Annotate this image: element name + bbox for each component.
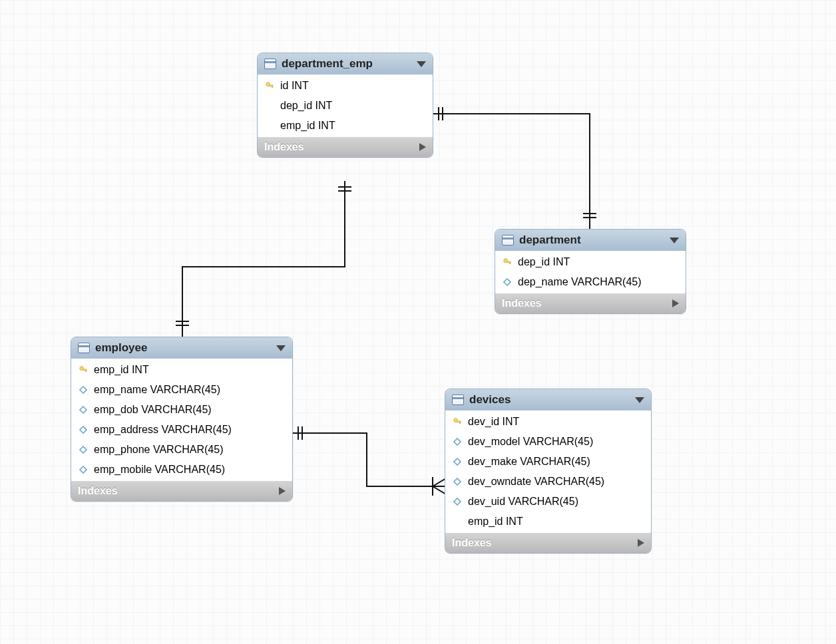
- table-icon: [78, 343, 90, 353]
- column-icon: [453, 458, 461, 466]
- columns-list: id INTdep_id INTemp_id INT: [258, 75, 433, 137]
- indexes-section[interactable]: Indexes: [445, 533, 651, 553]
- tick-depemp-bottom: [338, 185, 351, 194]
- expand-caret-icon[interactable]: [279, 487, 286, 495]
- columns-list: dep_id INTdep_name VARCHAR(45): [495, 251, 686, 293]
- column-row[interactable]: emp_phone VARCHAR(45): [71, 440, 292, 460]
- entity-devices[interactable]: devicesdev_id INTdev_model VARCHAR(45)de…: [445, 389, 652, 554]
- svg-marker-32: [454, 438, 461, 445]
- column-text: emp_name VARCHAR(45): [94, 383, 220, 397]
- column-icon: [453, 478, 461, 486]
- entity-header[interactable]: devices: [445, 389, 651, 410]
- column-text: emp_phone VARCHAR(45): [94, 443, 223, 456]
- svg-line-13: [433, 486, 446, 494]
- svg-marker-24: [80, 387, 87, 393]
- column-text: emp_mobile VARCHAR(45): [94, 463, 225, 476]
- table-icon: [264, 59, 276, 69]
- collapse-caret-icon[interactable]: [670, 238, 679, 243]
- entity-title: employee: [95, 341, 147, 355]
- column-text: id INT: [280, 79, 309, 92]
- column-text: dep_id INT: [280, 99, 332, 112]
- indexes-section[interactable]: Indexes: [71, 481, 292, 501]
- column-row[interactable]: emp_id INT: [258, 116, 433, 136]
- entity-department-emp[interactable]: department_empid INTdep_id INTemp_id INT…: [257, 53, 433, 158]
- column-row[interactable]: emp_mobile VARCHAR(45): [71, 460, 292, 480]
- svg-marker-20: [504, 279, 511, 285]
- entity-title: department_emp: [282, 57, 373, 71]
- column-text: emp_address VARCHAR(45): [94, 423, 232, 436]
- table-icon: [452, 395, 464, 405]
- entity-header[interactable]: department_emp: [258, 53, 433, 75]
- column-row[interactable]: emp_address VARCHAR(45): [71, 420, 292, 440]
- entity-employee[interactable]: employeeemp_id INTemp_name VARCHAR(45)em…: [71, 337, 293, 502]
- column-text: dev_make VARCHAR(45): [468, 455, 590, 468]
- column-text: emp_dob VARCHAR(45): [94, 403, 212, 416]
- column-icon: [79, 446, 87, 454]
- indexes-section[interactable]: Indexes: [495, 293, 686, 313]
- expand-caret-icon[interactable]: [638, 539, 644, 547]
- columns-list: dev_id INTdev_model VARCHAR(45)dev_make …: [445, 410, 651, 533]
- column-icon: [453, 498, 461, 506]
- column-text: dev_id INT: [468, 415, 519, 428]
- column-text: dep_id INT: [518, 255, 570, 269]
- primary-key-icon: [79, 365, 88, 375]
- indexes-label: Indexes: [502, 297, 542, 309]
- column-icon: [79, 426, 87, 434]
- expand-caret-icon[interactable]: [672, 299, 679, 307]
- column-row[interactable]: dev_uid VARCHAR(45): [445, 492, 651, 512]
- expand-caret-icon[interactable]: [419, 143, 426, 151]
- svg-marker-28: [80, 466, 87, 473]
- column-row[interactable]: dep_id INT: [495, 252, 686, 272]
- svg-marker-26: [80, 426, 87, 433]
- indexes-label: Indexes: [264, 141, 304, 153]
- entity-department[interactable]: departmentdep_id INTdep_name VARCHAR(45)…: [495, 229, 686, 314]
- conn-depemp-employee-h: [182, 266, 345, 267]
- column-row[interactable]: dev_make VARCHAR(45): [445, 452, 651, 472]
- column-row[interactable]: dep_name VARCHAR(45): [495, 272, 686, 292]
- column-row[interactable]: dev_id INT: [445, 412, 651, 432]
- svg-line-11: [433, 478, 446, 486]
- column-row[interactable]: emp_id INT: [445, 512, 651, 532]
- svg-marker-34: [454, 478, 461, 485]
- column-row[interactable]: dep_id INT: [258, 96, 433, 116]
- columns-list: emp_id INTemp_name VARCHAR(45)emp_dob VA…: [71, 359, 292, 481]
- collapse-caret-icon[interactable]: [417, 61, 426, 67]
- svg-marker-33: [454, 458, 461, 465]
- column-row[interactable]: emp_name VARCHAR(45): [71, 380, 292, 400]
- svg-marker-25: [80, 406, 87, 413]
- tick-depemp-right: [437, 107, 446, 120]
- column-icon: [79, 386, 87, 394]
- entity-header[interactable]: department: [495, 230, 686, 251]
- svg-rect-19: [510, 262, 511, 264]
- entity-header[interactable]: employee: [71, 337, 292, 359]
- column-text: dev_model VARCHAR(45): [468, 435, 593, 448]
- conn-depemp-department: [432, 113, 589, 114]
- primary-key-icon: [453, 417, 462, 426]
- column-icon: [79, 406, 87, 414]
- column-row[interactable]: id INT: [258, 76, 433, 96]
- column-row[interactable]: dev_owndate VARCHAR(45): [445, 472, 651, 492]
- column-icon: [503, 278, 511, 286]
- column-text: dev_uid VARCHAR(45): [468, 495, 578, 508]
- collapse-caret-icon[interactable]: [635, 397, 644, 403]
- column-text: emp_id INT: [94, 363, 149, 377]
- column-icon: [453, 438, 461, 446]
- column-row[interactable]: emp_id INT: [71, 360, 292, 380]
- collapse-caret-icon[interactable]: [276, 345, 286, 351]
- svg-rect-16: [272, 86, 273, 88]
- indexes-label: Indexes: [452, 537, 492, 549]
- crowfoot-devices: [430, 477, 446, 496]
- tick-employee-right: [296, 426, 306, 440]
- tick-department-top: [583, 212, 596, 221]
- column-row[interactable]: emp_dob VARCHAR(45): [71, 400, 292, 420]
- primary-key-icon: [503, 257, 512, 267]
- indexes-label: Indexes: [78, 485, 118, 497]
- entity-title: department: [519, 234, 581, 247]
- column-row[interactable]: dev_model VARCHAR(45): [445, 432, 651, 452]
- conn-emp-dev-v: [366, 432, 367, 486]
- diagram-canvas[interactable]: department_empid INTdep_id INTemp_id INT…: [0, 0, 836, 644]
- svg-marker-35: [454, 498, 461, 505]
- table-icon: [502, 235, 514, 245]
- indexes-section[interactable]: Indexes: [258, 137, 433, 157]
- entity-title: devices: [469, 393, 511, 406]
